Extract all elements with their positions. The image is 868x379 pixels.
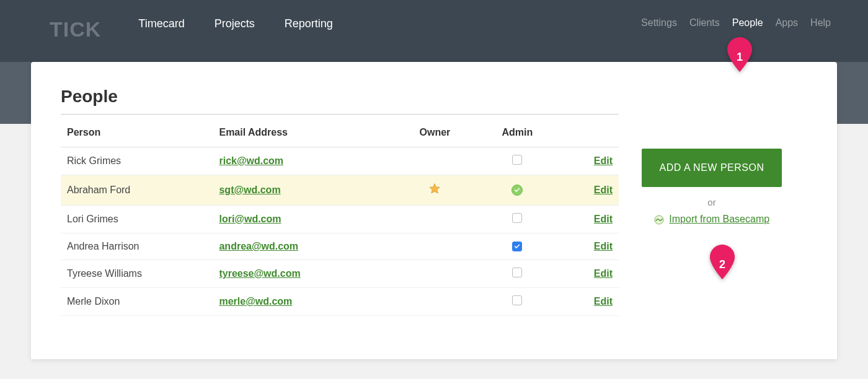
content-card: People Person Email Address Owner Admin … [31,62,837,359]
nav-clients[interactable]: Clients [689,17,720,28]
admin-cell [479,288,556,316]
check-circle-icon [512,185,523,196]
nav-apps[interactable]: Apps [776,17,798,28]
admin-cell [479,260,556,288]
logo: TICK [50,17,101,41]
admin-cell [479,233,556,260]
table-row: Andrea Harrisonandrea@wd.comEdit [61,233,619,260]
col-email: Email Address [213,118,390,147]
nav-projects[interactable]: Projects [215,17,255,30]
edit-cell: Edit [556,206,619,233]
nav-reporting[interactable]: Reporting [285,17,333,30]
import-basecamp-link[interactable]: Import from Basecamp [669,214,769,224]
or-text: or [619,197,805,207]
col-actions [556,118,619,147]
owner-cell [391,288,479,316]
col-owner: Owner [391,118,479,147]
owner-cell [391,206,479,233]
annotation-pin-1: 1 [727,37,752,72]
nav-settings[interactable]: Settings [641,17,677,28]
star-icon [428,186,441,197]
edit-link[interactable]: Edit [594,214,613,224]
table-row: Abraham Fordsgt@wd.comEdit [61,175,619,206]
email-link[interactable]: merle@wd.com [219,296,292,307]
nav-help[interactable]: Help [810,17,831,28]
table-row: Rick Grimesrick@wd.comEdit [61,147,619,175]
edit-link[interactable]: Edit [594,241,613,251]
edit-cell: Edit [556,233,619,260]
person-name: Lori Grimes [61,206,213,233]
right-nav: SettingsClientsPeopleAppsHelp [641,17,831,28]
annotation-pin-2: 2 [710,245,735,279]
main-nav: TimecardProjectsReporting [138,17,332,30]
person-name: Abraham Ford [61,175,213,206]
edit-cell: Edit [556,147,619,175]
owner-cell [391,147,479,175]
email-link[interactable]: tyreese@wd.com [219,268,300,279]
edit-cell: Edit [556,175,619,206]
owner-cell [391,175,479,206]
table-row: Lori Grimeslori@wd.comEdit [61,206,619,233]
import-row: Import from Basecamp [619,214,805,225]
person-name: Tyreese Williams [61,260,213,288]
edit-link[interactable]: Edit [594,296,613,307]
email-cell: merle@wd.com [213,288,390,316]
admin-cell [479,147,556,175]
add-person-button[interactable]: ADD A NEW PERSON [642,149,782,187]
page-title: People [61,87,619,115]
actions-sidebar: ADD A NEW PERSON or Import from Basecamp [619,87,805,334]
owner-cell [391,260,479,288]
person-name: Andrea Harrison [61,233,213,260]
email-cell: tyreese@wd.com [213,260,390,288]
people-section: People Person Email Address Owner Admin … [61,87,619,334]
people-tbody: Rick Grimesrick@wd.comEditAbraham Fordsg… [61,147,619,316]
owner-cell [391,233,479,260]
col-admin: Admin [479,118,556,147]
nav-timecard[interactable]: Timecard [138,17,184,30]
col-person: Person [61,118,213,147]
edit-link[interactable]: Edit [594,155,613,166]
email-cell: rick@wd.com [213,147,390,175]
admin-cell [479,175,556,206]
people-table: Person Email Address Owner Admin Rick Gr… [61,118,619,316]
email-link[interactable]: lori@wd.com [219,214,281,224]
edit-cell: Edit [556,260,619,288]
admin-cell [479,206,556,233]
admin-checkbox[interactable] [512,242,522,251]
basecamp-icon [654,215,664,225]
email-link[interactable]: andrea@wd.com [219,241,298,251]
edit-link[interactable]: Edit [594,268,613,279]
email-cell: sgt@wd.com [213,175,390,206]
person-name: Merle Dixon [61,288,213,316]
admin-checkbox[interactable] [512,268,522,277]
admin-checkbox[interactable] [512,213,522,223]
admin-checkbox[interactable] [512,295,522,305]
admin-checkbox[interactable] [512,155,522,165]
email-cell: andrea@wd.com [213,233,390,260]
table-row: Merle Dixonmerle@wd.comEdit [61,288,619,316]
person-name: Rick Grimes [61,147,213,175]
email-cell: lori@wd.com [213,206,390,233]
nav-people[interactable]: People [732,17,763,28]
edit-cell: Edit [556,288,619,316]
email-link[interactable]: sgt@wd.com [219,185,280,195]
edit-link[interactable]: Edit [594,185,613,195]
email-link[interactable]: rick@wd.com [219,155,283,166]
table-row: Tyreese Williamstyreese@wd.comEdit [61,260,619,288]
